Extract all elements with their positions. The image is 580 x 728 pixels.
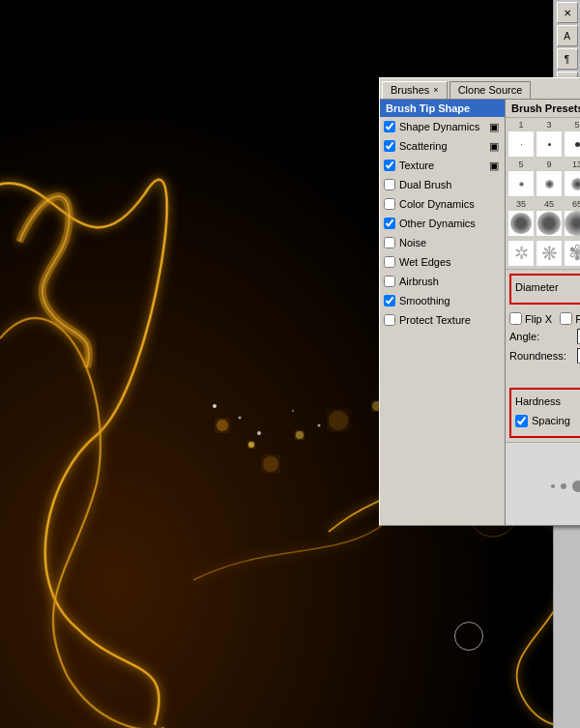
other-dynamics-checkbox[interactable] (384, 218, 395, 229)
sidebar-smoothing[interactable]: Smoothing (380, 291, 505, 310)
brush-3px[interactable] (536, 131, 563, 158)
hardness-row: Hardness 80% (515, 393, 580, 409)
sidebar-shape-dynamics[interactable]: Shape Dynamics ▣ (380, 117, 505, 136)
sidebar-noise[interactable]: Noise (380, 233, 505, 252)
brush-1px[interactable] (508, 131, 535, 158)
sidebar-dual-brush[interactable]: Dual Brush (380, 175, 505, 194)
noise-checkbox[interactable] (384, 237, 395, 248)
diameter-label: Diameter (515, 281, 580, 293)
sidebar-color-dynamics[interactable]: Color Dynamics (380, 194, 505, 214)
brush-soft-5px[interactable] (508, 170, 535, 197)
preset-brush-row-4: ✲ ❋ ✾ ✿ ❀ (508, 240, 580, 267)
scattering-icon: ▣ (487, 139, 501, 153)
preset-num-5b: 5 (508, 160, 535, 169)
brush-soft-9px[interactable] (536, 170, 563, 197)
spacing-checkbox[interactable] (515, 415, 528, 427)
flip-x-row: Flip X (509, 312, 552, 325)
flip-y-checkbox[interactable] (560, 312, 572, 325)
spacing-row: Spacing 150% (515, 413, 580, 428)
preview-dot-3 (572, 480, 580, 492)
brush-main: Brush Presets 1 3 5 9 13 19 (506, 100, 580, 525)
panel-content: Brush Tip Shape Shape Dynamics ▣ Scatter… (380, 100, 580, 525)
brush-soft-65px[interactable] (564, 210, 580, 237)
color-dynamics-checkbox[interactable] (384, 198, 395, 210)
toolbar-btn-close[interactable]: ✕ (557, 2, 578, 23)
roundness-label: Roundness: (509, 350, 577, 362)
preset-num-9b: 9 (536, 160, 563, 169)
brush-soft-45px[interactable] (536, 210, 563, 237)
brush-soft-13px[interactable] (564, 170, 580, 197)
hardness-label: Hardness (515, 395, 580, 407)
brush-tip-shape-header[interactable]: Brush Tip Shape (380, 100, 505, 117)
preset-num-65: 65 (564, 199, 580, 209)
toolbar-btn-text[interactable]: A (557, 25, 578, 46)
dual-brush-checkbox[interactable] (384, 179, 395, 190)
preview-dot-2 (561, 483, 566, 489)
brush-textured-2[interactable]: ❋ (536, 240, 563, 267)
preset-num-45: 45 (536, 199, 563, 209)
presets-header: Brush Presets (506, 100, 580, 118)
presets-grid-inner: 1 3 5 9 13 19 (508, 120, 580, 267)
flip-x-label: Flip X (525, 313, 552, 325)
scattering-checkbox[interactable] (384, 140, 395, 152)
brush-5px[interactable] (564, 131, 580, 158)
wet-edges-checkbox[interactable] (384, 256, 395, 268)
preset-num-5: 5 (564, 120, 580, 130)
preset-num-row-2: 5 9 13 21 27 (508, 160, 580, 169)
spacing-checkbox-row: Spacing (515, 415, 580, 427)
sidebar-protect-texture[interactable]: Protect Texture (380, 310, 505, 330)
tab-clone-source[interactable]: Clone Source (450, 81, 532, 99)
flip-y-row: Flip Y (560, 312, 580, 325)
roundness-row: Roundness: (509, 348, 580, 364)
preset-brush-row-3 (508, 210, 580, 237)
flip-y-label: Flip Y (575, 313, 580, 325)
tab-close-brushes[interactable]: × (433, 85, 438, 95)
texture-icon: ▣ (487, 159, 501, 172)
angle-label: Angle: (509, 331, 577, 342)
brush-textured-1[interactable]: ✲ (508, 240, 535, 267)
preset-num-13b: 13 (564, 160, 580, 169)
sidebar-other-dynamics[interactable]: Other Dynamics (380, 214, 505, 233)
airbrush-checkbox[interactable] (384, 276, 395, 287)
brush-shape-area: Flip X Flip Y Angle: Roundn (506, 308, 580, 384)
preset-num-3: 3 (536, 120, 563, 130)
brush-textured-3[interactable]: ✾ (564, 240, 580, 267)
tab-brushes[interactable]: Brushes × (382, 81, 448, 99)
smoothing-checkbox[interactable] (384, 295, 395, 306)
hardness-spacing-section: Hardness 80% Spacing (509, 388, 580, 438)
sidebar-scattering[interactable]: Scattering ▣ (380, 136, 505, 156)
diameter-row: Diameter 50 px (515, 279, 580, 295)
sidebar-airbrush[interactable]: Airbrush (380, 272, 505, 291)
spacing-label: Spacing (532, 415, 570, 426)
tab-bar: Brushes × Clone Source ◀▶ (380, 78, 580, 100)
protect-texture-checkbox[interactable] (384, 314, 395, 326)
brush-soft-35px[interactable] (508, 210, 535, 237)
preset-num-row-3: 35 45 65 100 200 300 (508, 199, 580, 209)
preset-num-35: 35 (508, 199, 535, 209)
sidebar-texture[interactable]: Texture ▣ (380, 156, 505, 175)
brush-canvas-preview (506, 442, 580, 525)
preview-dots-container (543, 464, 580, 509)
diameter-section: Diameter 50 px (509, 274, 580, 305)
brush-sidebar: Brush Tip Shape Shape Dynamics ▣ Scatter… (380, 100, 506, 525)
presets-area: 1 3 5 9 13 19 (506, 118, 580, 270)
angle-row: Angle: (509, 329, 580, 344)
cursor-indicator (454, 622, 483, 651)
texture-checkbox[interactable] (384, 160, 395, 171)
flip-row: Flip X Flip Y (509, 312, 580, 325)
preset-num-row-1: 1 3 5 9 13 19 (508, 120, 580, 130)
preview-dot-1 (551, 484, 555, 488)
flip-angle-column: Flip X Flip Y Angle: Roundn (509, 312, 580, 364)
shape-dynamics-checkbox[interactable] (384, 121, 395, 132)
toolbar-btn-para[interactable]: ¶ (557, 48, 578, 70)
preset-num-1: 1 (508, 120, 535, 130)
shape-dynamics-icon: ▣ (487, 120, 501, 133)
flip-x-checkbox[interactable] (509, 312, 522, 325)
preset-brush-row-2 (508, 170, 580, 197)
sidebar-wet-edges[interactable]: Wet Edges (380, 252, 505, 272)
preset-brush-row-1 (508, 131, 580, 158)
